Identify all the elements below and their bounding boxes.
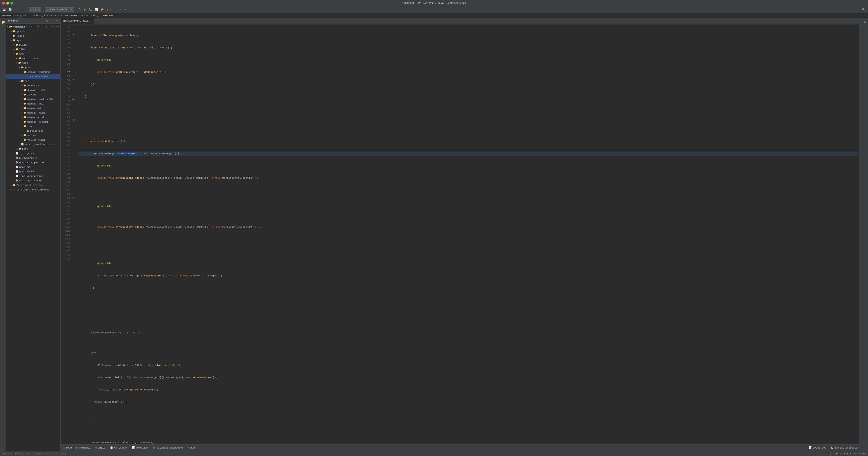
settings-button[interactable]: ⚙ <box>124 8 128 11</box>
tree-local-properties[interactable]: 📄 local.properties <box>6 174 60 178</box>
tree-androidtest[interactable]: ▶ 📁 androidTest <box>6 56 60 61</box>
tree-mipmap-hdpi[interactable]: ▶ 📁 mipmap-hdpi <box>6 102 60 106</box>
sidebar-settings-btn[interactable]: ⚙ <box>45 19 49 23</box>
debug-button[interactable]: 🐛 <box>88 8 93 11</box>
breadcrumb-dorequest[interactable]: doRequest <box>102 14 115 17</box>
tool-todo[interactable]: ☑ TODO <box>62 446 73 450</box>
code-line-94: SSLContext sslContext = SSLContext.getIn… <box>79 363 857 367</box>
close-button[interactable] <box>2 2 5 4</box>
tree-build[interactable]: ▶ 📁 build <box>6 43 60 47</box>
gutter-44b <box>72 37 77 41</box>
save-button[interactable]: 💾 <box>2 8 7 11</box>
tree-idea[interactable]: ▶ 📁 .idea <box>6 34 60 38</box>
tree-values[interactable]: ▶ 📁 values <box>6 133 60 138</box>
tree-src[interactable]: ▼ 📂 src <box>6 52 60 56</box>
sidebar-collapse-btn[interactable]: — <box>50 19 54 23</box>
make-button[interactable]: 🔨 <box>78 8 83 11</box>
breadcrumb-netdemo3-pkg[interactable]: netdemo3 <box>65 14 77 17</box>
tree-values-night[interactable]: ▶ 📁 values-night <box>6 138 60 142</box>
tree-root[interactable]: ▼ 📂 NetDemo3 ~/AndroidStudioProjects/Net… <box>6 25 60 29</box>
tool-run[interactable]: ▶ Run <box>187 446 196 450</box>
tree-package[interactable]: ▼ 📂 com.nb.netdemo3 <box>6 70 60 75</box>
tree-drawable[interactable]: ▶ 📁 drawable <box>6 83 60 88</box>
breadcrumb-app[interactable]: app <box>17 14 22 17</box>
tree-gradle-properties-app[interactable]: 🐘 gradle.properties <box>6 160 60 165</box>
breadcrumb-mainactivity[interactable]: MainActivity <box>81 14 98 17</box>
label-src: src <box>19 52 24 56</box>
breadcrumb-nb[interactable]: nb <box>59 14 62 17</box>
tree-androidmanifest[interactable]: 📄 AndroidManifest.xml <box>6 142 60 147</box>
tool-layout-inspector[interactable]: 📐 Layout Inspector <box>830 446 860 450</box>
tree-res[interactable]: ▼ 📂 res <box>6 79 60 83</box>
tool-database-inspector[interactable]: 🗄 Database Inspector <box>152 446 184 450</box>
back-button[interactable]: ← <box>16 8 20 11</box>
breadcrumb-src[interactable]: src <box>25 14 29 17</box>
tree-mainactivity[interactable]: ☕ MainActivity <box>6 75 60 79</box>
line-num-47: 47 <box>61 50 72 54</box>
tree-app[interactable]: ▼ 📂 app <box>6 38 60 43</box>
gutter-53 <box>72 73 77 77</box>
tree-mipmap-xxxhdpi[interactable]: ▶ 📁 mipmap-xxxhdpi <box>6 120 60 124</box>
tree-main[interactable]: ▼ 📂 main <box>6 61 60 65</box>
line-num-59: 59 <box>61 98 72 103</box>
tree-mipmap-xhdpi[interactable]: ▶ 📁 mipmap-xhdpi <box>6 111 60 115</box>
gradle-side-icon[interactable]: G <box>864 20 866 24</box>
sidebar-close-btn[interactable]: ✕ <box>55 19 59 23</box>
git-icon: 📄 <box>16 152 19 155</box>
tree-scratches[interactable]: ▶ ✏ Scratches and Consoles <box>6 188 60 192</box>
tool-logcat[interactable]: 📋 6: Logcat <box>109 446 128 450</box>
tree-mipmap-anydpi[interactable]: ▶ 📁 mipmap-anydpi-v26 <box>6 97 60 102</box>
line-num-53: 53 <box>61 74 72 78</box>
profile-button[interactable]: ⚡ <box>100 8 105 11</box>
tree-build-gradle-app[interactable]: 🐘 build.gradle <box>6 156 60 160</box>
breadcrumb-netdemo3[interactable]: NetDemo3 <box>2 14 14 17</box>
code-editor[interactable]: btn1 = findViewByID(R.id.btn1); btn1.set… <box>77 24 859 444</box>
tree-gradlew[interactable]: 📄 gradlew <box>6 165 60 169</box>
device-dropdown[interactable]: Xiaomi M2007J17C ▾ <box>45 7 74 12</box>
tree-baidu-pem[interactable]: 🔒 baidu.pem <box>6 129 60 133</box>
breadcrumb-main[interactable]: main <box>33 14 38 17</box>
tree-external-libs[interactable]: ▶ 📁 External Libraries <box>6 183 60 188</box>
run-config-dropdown[interactable]: ▶ app ▾ <box>29 7 41 12</box>
code-line-96: factory = sslContext.getSocketFactory(); <box>79 388 857 392</box>
tree-gitignore-app[interactable]: 📄 .gitignore <box>6 151 60 156</box>
tree-mipmap-xxhdpi[interactable]: ▶ 📁 mipmap-xxhdpi <box>6 115 60 120</box>
status-left: Success: Operation succeeded (a minute a… <box>2 452 66 455</box>
folder-build-icon: 📁 <box>16 44 19 47</box>
tree-test[interactable]: ▶ 📁 test <box>6 147 60 151</box>
file-icon-1: 📄 <box>16 166 19 169</box>
minimize-button[interactable] <box>6 2 9 4</box>
editor-scrollbar[interactable] <box>859 24 862 444</box>
breadcrumb-com[interactable]: com <box>51 14 56 17</box>
tree-libs[interactable]: ▶ 📁 libs <box>6 47 60 52</box>
forward-button[interactable]: → <box>21 8 26 11</box>
run-button[interactable]: ▶ <box>84 8 87 11</box>
tool-build[interactable]: ⚒ Build <box>94 446 106 450</box>
tool-profiler[interactable]: 📊 Profiler <box>131 446 149 450</box>
tree-drawable-v24[interactable]: ▶ 📁 drawable-v24 <box>6 88 60 92</box>
tool-terminal[interactable]: ▶ Terminal <box>75 446 92 450</box>
tree-gradle-dir[interactable]: ▶ 📁 gradle <box>6 29 60 34</box>
tab-mainactivity[interactable]: MainActivity.java ✕ <box>61 18 94 24</box>
label-mipmap-xhdpi: mipmap-xhdpi <box>27 111 45 115</box>
search-everywhere-button[interactable]: 🔍 <box>861 8 866 11</box>
arrow-mainactivity <box>24 75 26 78</box>
tab-close-mainactivity[interactable]: ✕ <box>90 20 91 22</box>
line-num-111: 111 <box>61 225 72 229</box>
project-tool-icon[interactable]: 📁 <box>1 20 5 25</box>
avd-manager-button[interactable]: 📱 <box>118 8 123 11</box>
sdk-manager-button[interactable]: 📱 <box>112 8 117 11</box>
coverage-button[interactable]: 📊 <box>94 8 99 11</box>
maximize-button[interactable] <box>10 2 13 4</box>
arrow-settings-gradle <box>13 179 16 182</box>
tree-settings-gradle[interactable]: 🐘 settings.gradle <box>6 178 60 183</box>
tool-event-log[interactable]: 📝 Event Log <box>808 446 827 450</box>
tree-mipmap-mdpi[interactable]: ▶ 📁 mipmap-mdpi <box>6 106 60 111</box>
stop-button[interactable]: ■ <box>105 8 109 11</box>
sync-button[interactable]: 🔄 <box>8 8 13 11</box>
tree-raw[interactable]: ▼ 📂 raw <box>6 124 60 129</box>
tree-gradlew-bat[interactable]: 📄 gradlew.bat <box>6 169 60 174</box>
tree-java[interactable]: ▼ 📂 java <box>6 65 60 70</box>
breadcrumb-java[interactable]: java <box>42 14 48 17</box>
tree-layout[interactable]: ▶ 📁 layout <box>6 92 60 97</box>
